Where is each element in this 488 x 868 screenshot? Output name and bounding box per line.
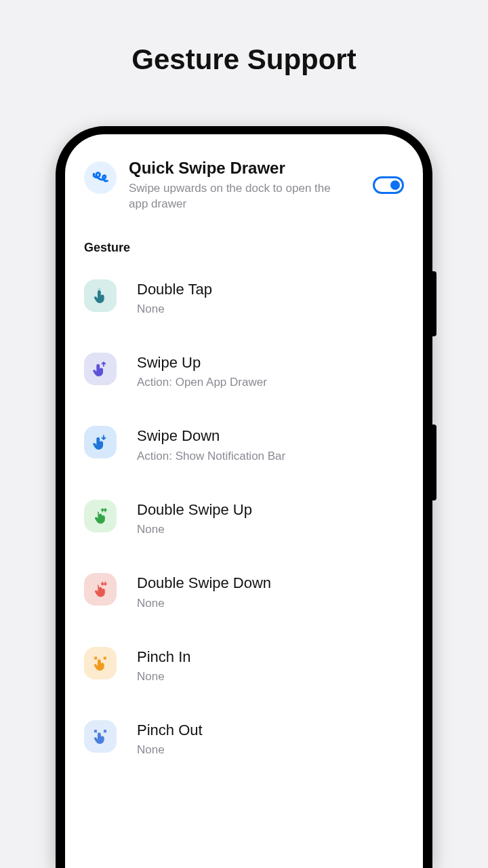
quick-swipe-subtitle: Swipe upwards on the dock to open the ap…	[129, 181, 332, 212]
gesture-subtitle: None	[137, 302, 404, 316]
gesture-item-swipe-up[interactable]: Swipe Up Action: Open App Drawer	[84, 334, 404, 407]
svg-point-0	[98, 288, 100, 290]
gesture-section-label: Gesture	[84, 241, 404, 255]
phone-screen: Quick Swipe Drawer Swipe upwards on the …	[65, 134, 423, 868]
gesture-label: Double Tap	[137, 281, 404, 298]
squiggle-icon	[84, 161, 117, 194]
gesture-subtitle: Action: Show Notification Bar	[137, 450, 404, 463]
gesture-item-swipe-down[interactable]: Swipe Down Action: Show Notification Bar	[84, 407, 404, 480]
quick-swipe-title: Quick Swipe Drawer	[129, 159, 361, 178]
gesture-subtitle: Action: Open App Drawer	[137, 376, 404, 389]
gesture-item-double-tap[interactable]: Double Tap None	[84, 260, 404, 334]
gesture-item-double-swipe-up[interactable]: Double Swipe Up None	[84, 481, 404, 554]
gesture-label: Swipe Down	[137, 427, 404, 445]
gesture-item-pinch-out[interactable]: Pinch Out None	[84, 701, 404, 774]
phone-frame: Quick Swipe Drawer Swipe upwards on the …	[56, 126, 432, 868]
quick-swipe-toggle[interactable]	[373, 176, 404, 194]
gesture-subtitle: None	[137, 670, 404, 684]
double-tap-icon	[84, 279, 117, 312]
phone-side-button	[432, 271, 436, 336]
gesture-label: Double Swipe Up	[137, 501, 404, 519]
quick-swipe-row[interactable]: Quick Swipe Drawer Swipe upwards on the …	[84, 159, 404, 212]
gesture-subtitle: None	[137, 597, 404, 610]
gesture-subtitle: None	[137, 523, 404, 536]
swipe-up-icon	[84, 353, 117, 385]
pinch-out-icon	[84, 720, 117, 753]
double-swipe-down-icon	[84, 573, 117, 606]
gesture-label: Swipe Up	[137, 354, 404, 372]
double-swipe-up-icon	[84, 500, 117, 532]
phone-side-button	[432, 425, 436, 500]
page-title: Gesture Support	[0, 0, 488, 76]
swipe-down-icon	[84, 426, 117, 458]
gesture-item-pinch-in[interactable]: Pinch In None	[84, 628, 404, 701]
gesture-label: Double Swipe Down	[137, 574, 404, 592]
gesture-item-double-swipe-down[interactable]: Double Swipe Down None	[84, 554, 404, 627]
gesture-label: Pinch In	[137, 648, 404, 666]
gesture-subtitle: None	[137, 743, 404, 757]
gesture-label: Pinch Out	[137, 722, 404, 739]
pinch-in-icon	[84, 647, 117, 679]
gesture-list: Double Tap None Swipe Up Action: Open Ap…	[84, 260, 404, 775]
